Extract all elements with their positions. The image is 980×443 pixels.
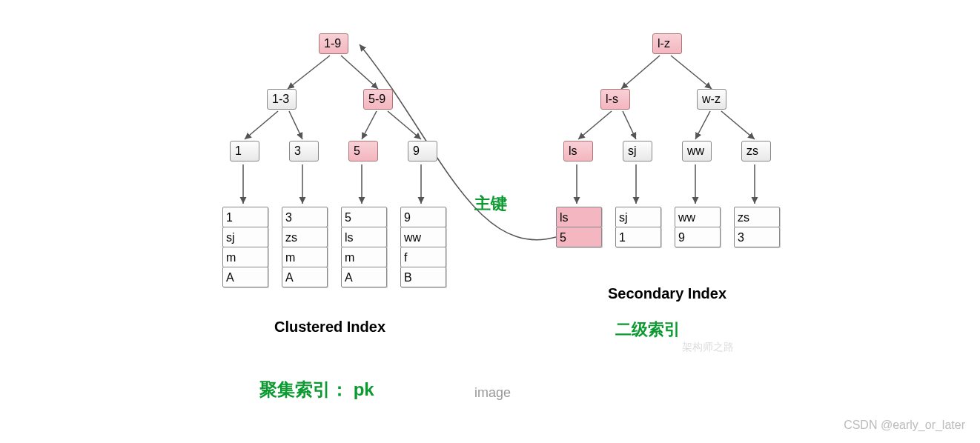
leaf-cell: A: [222, 267, 268, 287]
attribution: CSDN @early_or_later: [844, 419, 965, 432]
leaf-cell: 9: [400, 207, 446, 227]
pk-label: 主键: [474, 193, 507, 215]
clustered-l2-0: 1: [230, 141, 259, 161]
leaf-cell: 9: [675, 227, 721, 247]
clustered-leaf-2: 5 ls m A: [341, 207, 387, 287]
leaf-cell: 1: [615, 227, 661, 247]
leaf-cell: m: [282, 247, 328, 267]
svg-line-3: [289, 111, 302, 139]
svg-line-12: [578, 111, 612, 139]
clustered-l1-left: 1-3: [267, 89, 297, 110]
svg-line-13: [623, 111, 636, 139]
secondary-l2-0: ls: [563, 141, 593, 161]
svg-line-2: [245, 111, 278, 139]
svg-line-4: [362, 111, 377, 139]
leaf-cell: B: [400, 267, 446, 287]
leaf-cell: ls: [341, 227, 387, 247]
secondary-title: Secondary Index: [608, 285, 726, 302]
clustered-l2-2: 5: [348, 141, 378, 161]
secondary-leaf-2: ww 9: [675, 207, 721, 247]
leaf-cell: 5: [556, 227, 602, 247]
clustered-leaf-0: 1 sj m A: [222, 207, 268, 287]
secondary-leaf-1: sj 1: [615, 207, 661, 247]
secondary-l1-left: l-s: [600, 89, 630, 110]
svg-line-0: [288, 56, 330, 89]
leaf-cell: 3: [734, 227, 780, 247]
leaf-cell: sj: [222, 227, 268, 247]
leaf-cell: ww: [400, 227, 446, 247]
clustered-l1-right: 5-9: [363, 89, 393, 110]
clustered-leaf-1: 3 zs m A: [282, 207, 328, 287]
leaf-cell: m: [341, 247, 387, 267]
leaf-cell: A: [341, 267, 387, 287]
clustered-l2-3: 9: [408, 141, 437, 161]
leaf-cell: f: [400, 247, 446, 267]
clustered-green-label: 聚集索引： pk: [259, 378, 374, 402]
secondary-green-label: 二级索引: [615, 319, 681, 341]
secondary-l1-right: w-z: [697, 89, 726, 110]
secondary-leaf-0: ls 5: [556, 207, 602, 247]
svg-line-1: [341, 56, 378, 89]
secondary-leaf-3: zs 3: [734, 207, 780, 247]
leaf-cell: sj: [615, 207, 661, 227]
leaf-cell: 5: [341, 207, 387, 227]
clustered-root: 1-9: [319, 33, 348, 54]
leaf-cell: 3: [282, 207, 328, 227]
clustered-leaf-3: 9 ww f B: [400, 207, 446, 287]
svg-line-15: [721, 111, 755, 139]
leaf-cell: zs: [282, 227, 328, 247]
leaf-cell: A: [282, 267, 328, 287]
svg-line-5: [388, 111, 421, 139]
secondary-l2-2: ww: [682, 141, 712, 161]
svg-line-14: [695, 111, 710, 139]
secondary-root: l-z: [652, 33, 682, 54]
svg-line-10: [621, 56, 660, 89]
secondary-l2-3: zs: [741, 141, 771, 161]
leaf-cell: m: [222, 247, 268, 267]
image-caption: image: [474, 385, 511, 401]
faint-watermark: 架构师之路: [682, 341, 734, 354]
leaf-cell: ls: [556, 207, 602, 227]
clustered-title: Clustered Index: [274, 319, 385, 336]
leaf-cell: ww: [675, 207, 721, 227]
clustered-l2-1: 3: [289, 141, 319, 161]
leaf-cell: 1: [222, 207, 268, 227]
diagram-area: 1-9 1-3 5-9 1 3 5 9 1 sj m A 3 zs m A 5 …: [178, 22, 845, 370]
svg-line-11: [671, 56, 712, 89]
leaf-cell: zs: [734, 207, 780, 227]
secondary-l2-1: sj: [623, 141, 652, 161]
